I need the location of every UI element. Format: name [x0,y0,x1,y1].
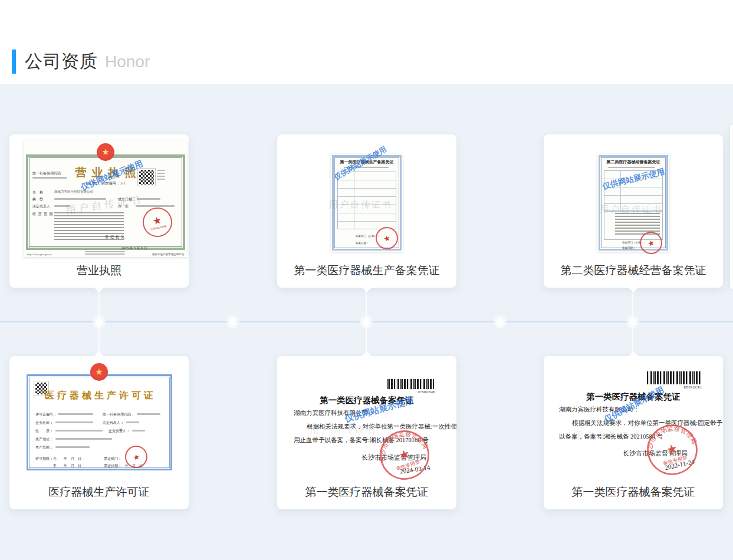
addr-label: 住 所： [35,429,53,434]
type-value [54,198,106,200]
seal-bottom-text: 行政审批专用章 [150,225,167,230]
next-card-peek [730,125,733,289]
legal-label: 法定代表人： [103,420,124,426]
qr-code-icon [138,169,155,186]
document-line1: 湖南力宾医疗科技有限公司： [559,406,640,414]
document-title: 第一类医疗器械备案凭证 [277,395,456,406]
accent-bar [12,50,16,74]
copy-line: (副 本) 副本编号：1-1 [24,181,188,186]
certificate-image: 第二类医疗器械经营备案凭证 备案部门（公章）： 备案日期： ★ [597,154,669,252]
license-title: 医疗器械生产许可证 [9,390,189,402]
business-license-image: ★ 统一社会信用代码 营业执照 (副 本) 副本编号：1-1 名 称 湖南力宾医… [24,140,188,257]
addr-label: 住 所 [118,204,129,209]
connector-notch [361,351,372,357]
document-line2: 根据相关法规要求，对你单位第一类医疗器械:一次性使 [307,423,457,431]
barcode-icon [387,379,435,389]
document-line1: 湖南力宾医疗科技有限公司： [294,409,374,417]
record-number-line [608,167,655,168]
company-honor-page: 公司资质 Honor ★ 统一社会信用代码 营业执照 (副 本) 副本编号：1-… [0,0,733,560]
card-caption: 第一类医疗器械备案凭证 [277,485,456,500]
seal-number: 1-3 [673,463,679,469]
seal-star-icon: ★ [383,233,391,242]
footer-issuer: 国家市场监督管理总局监制 [152,253,184,256]
certificate-image: 第一类医疗器械生产备案凭证 备案部门（公章）： 备案日期： ★ [331,154,403,252]
date-label: 备案日期： [622,246,636,249]
seal-star-icon: ★ [647,238,655,247]
issue-dept-label: 发证部门： [104,456,121,462]
timeline-node [497,318,504,325]
card-class1-record-2024[interactable]: 07MION48 第一类医疗器械备案凭证 湖南力宾医疗科技有限公司： 根据相关法… [277,356,456,509]
connector-notch [361,287,372,292]
company-label: 企业名称： [35,420,53,426]
card-class1-production-record[interactable]: 第一类医疗器械生产备案凭证 备案部门（公章）： 备案日期： ★ 仅供网站展示使用… [277,134,456,288]
period-label: 许可期限：自 年 月 日 [35,456,81,462]
name-label: 名 称 [32,190,43,195]
scope-value [55,446,90,448]
connector-notch [628,287,639,292]
qr-side-text [157,173,165,174]
seal-number: 1-3 [407,468,413,473]
license-no-label: 许可证编号： [35,412,57,417]
card-production-license[interactable]: ★ 医疗器械生产许可证 许可证编号： 统一社会信用代码： 企业名称： 法定代表人… [9,356,189,509]
credit-label: 统一社会信用代码： [103,412,134,417]
card-caption: 第二类医疗器械经营备案凭证 [544,263,723,278]
card-caption: 营业执照 [9,263,189,278]
date-label: 备案日期： [356,242,369,245]
record-number-line [344,167,389,168]
card-business-license[interactable]: ★ 统一社会信用代码 营业执照 (副 本) 副本编号：1-1 名 称 湖南力宾医… [9,134,189,288]
legal-label: 法定代表人 [32,204,50,209]
card-class2-operation-record[interactable]: 第二类医疗器械经营备案凭证 备案部门（公章）： 备案日期： ★ 仅供网站展示使用… [544,134,723,288]
name-value: 湖南力宾医疗科技有限公司 [54,190,93,194]
founded-label: 成立日期 [118,197,132,202]
qr-side-text [157,176,165,177]
page-subtitle: Honor [105,52,150,71]
qr-side-text [157,179,165,180]
founded-value [137,198,160,200]
seal-star-icon: ★ [665,441,679,457]
certificate-title: 第二类医疗器械经营备案凭证 [597,159,669,165]
legal-value [126,421,139,423]
qr-side-text [157,170,165,171]
seal-star-icon: ★ [132,453,140,462]
barcode-icon [647,371,702,384]
prod-addr-label: 生产地址： [35,437,53,442]
connector-notch [628,351,639,357]
type-label: 类 型 [32,197,43,202]
footer-url: http://www.gsxt.gov.cn [27,253,52,256]
seal-star-icon: ★ [152,215,162,226]
document-title: 第一类医疗器械备案凭证 [544,391,723,403]
issue-date: 2023 年 3 月 8 日 [121,246,147,251]
footer-note [85,253,125,255]
page-title: 公司资质 [25,50,98,74]
manager-label: 企业负责人： [109,429,130,434]
card-caption: 第一类医疗器械备案凭证 [544,485,723,500]
red-seal-icon: 长沙市市场监督管理局 ★ 审批专用章 1-3 [372,423,438,488]
period-line2: 至 年 月 日 [53,463,81,469]
certificate-table [337,172,396,229]
barcode-label: RB5XOCR1 [647,386,702,389]
credit-value [137,413,160,415]
document-line2: 根据相关法规要求，对你单位第一类医疗器械:固定带予 [572,419,722,427]
addr-value [136,205,175,207]
card-class1-record-2022[interactable]: RB5XOCR1 第一类医疗器械备案凭证 湖南力宾医疗科技有限公司： 根据相关法… [544,356,723,509]
timeline-node [629,318,636,325]
company-value [55,421,93,423]
manager-value [132,430,145,431]
registrar-label: 登记机关 [105,235,126,240]
footer-note [85,251,125,252]
national-emblem-icon: ★ [97,143,114,161]
barcode-label: 07MION48 [387,390,435,394]
addr-value [55,430,103,431]
certificate-table [604,170,663,212]
seal-star-icon: ★ [397,446,412,463]
timeline-node [363,318,370,325]
national-emblem-icon: ★ [90,363,108,381]
certificate-title: 第一类医疗器械生产备案凭证 [331,159,403,165]
connector-notch [94,287,104,292]
section-header: 公司资质 Honor [12,50,150,74]
scope-label: 经 营 范 围 [32,212,54,217]
timeline-node [229,318,236,325]
card-caption: 医疗器械生产许可证 [9,485,189,500]
legal-value [54,205,70,207]
prod-addr-value [55,438,112,440]
